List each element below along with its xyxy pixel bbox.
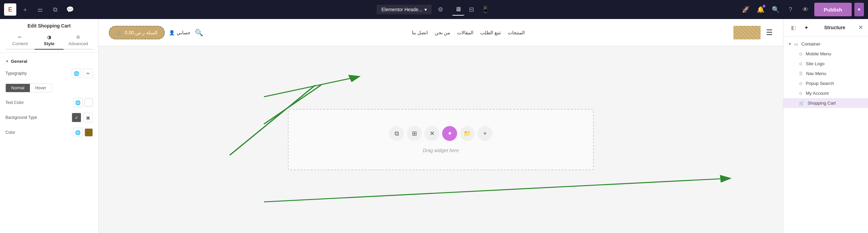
background-type-label: Background Type <box>5 115 72 120</box>
tree-item-my-account[interactable]: ⊙ My Account <box>783 88 868 98</box>
layers-button[interactable]: ⧉ <box>49 3 61 16</box>
background-type-row: Background Type ✓ ▣ <box>0 110 98 125</box>
notifications-button[interactable]: 🔔 <box>754 3 767 16</box>
typography-row: Typography 🌐 ✏ <box>0 66 98 81</box>
desktop-view-button[interactable]: 🖥 <box>452 3 464 16</box>
typography-controls: 🌐 ✏ <box>72 69 93 78</box>
notes-button[interactable]: 💬 <box>64 3 76 16</box>
widget-toolbar: ⧉ ⊞ ✕ ✦ 📁 + <box>389 126 492 141</box>
right-tab-navigator[interactable]: ◧ <box>788 22 798 33</box>
panel-tabs: ✏ Content ◑ Style ⚙ Advanced <box>5 32 93 50</box>
advanced-tab-icon: ⚙ <box>76 35 80 40</box>
search-button[interactable]: 🔍 <box>769 3 782 16</box>
elementor-logo[interactable]: E <box>4 3 16 16</box>
page-title-text: Elementor Heade... <box>381 7 422 12</box>
nav-item-2[interactable]: تتبع الطلب <box>480 30 501 35</box>
advanced-tab-label: Advanced <box>68 41 88 46</box>
hamburger-button[interactable]: ☰ <box>766 28 773 37</box>
tree-item-container[interactable]: ▼ ▭ Container <box>783 39 868 49</box>
style-tab-label: Style <box>44 41 54 46</box>
account-button[interactable]: 👤 حسابي <box>169 30 191 35</box>
page-title-button[interactable]: Elementor Heade... ▾ <box>377 5 432 14</box>
publish-arrow-button[interactable]: ▾ <box>854 3 864 16</box>
widget-add-button[interactable]: + <box>478 126 492 141</box>
page-settings-button[interactable]: ⚙ <box>434 3 447 16</box>
nav-item-5[interactable]: اتصل بنا <box>412 30 428 35</box>
tab-content[interactable]: ✏ Content <box>5 32 35 49</box>
text-color-swatch[interactable] <box>85 98 93 107</box>
settings-panel-button[interactable]: ⚌ <box>34 3 46 16</box>
normal-state-button[interactable]: Normal <box>6 84 30 92</box>
nav-item-3[interactable]: المقالات <box>457 30 473 35</box>
drag-zone[interactable]: ⧉ ⊞ ✕ ✦ 📁 + Drag widget here <box>288 109 594 170</box>
preview-button[interactable]: 👁 <box>799 3 812 16</box>
state-toggle-row: Normal Hover <box>0 81 98 95</box>
preview-header-left: 🛒 السلة ر.س.0.00 👤 حسابي 🔍 <box>109 26 203 39</box>
popup-search-tree-label: Popup Search <box>806 81 834 86</box>
mobile-view-button[interactable]: 📱 <box>479 3 491 16</box>
account-label: حسابي <box>177 30 191 35</box>
cart-label: السلة ر.س.0.00 <box>125 30 157 35</box>
cart-icon: 🛒 <box>116 30 122 35</box>
site-logo-tree-icon: ⊙ <box>799 61 802 66</box>
tree-expand-container: ▼ <box>788 42 792 46</box>
nav-menu-tree-label: Nav Menu <box>806 71 826 76</box>
top-toolbar: E ＋ ⚌ ⧉ 💬 Elementor Heade... ▾ ⚙ 🖥 ⊟ 📱 🚀… <box>0 0 868 19</box>
hover-state-button[interactable]: Hover <box>30 84 52 92</box>
color-label: Color <box>5 130 73 135</box>
typography-global-button[interactable]: 🌐 <box>72 69 81 78</box>
tree-item-popup-search[interactable]: ⊙ Popup Search <box>783 78 868 88</box>
shopping-cart-tree-label: Shopping Cart <box>808 101 836 106</box>
widget-delete-button[interactable]: ✕ <box>424 126 439 141</box>
nav-menu-tree-icon: ☰ <box>799 71 803 76</box>
nav-item-1[interactable]: المنتجات <box>508 30 525 35</box>
typography-edit-button[interactable]: ✏ <box>83 69 93 78</box>
right-tab-structure[interactable]: ✦ <box>801 22 811 33</box>
general-section-header[interactable]: ▼ General <box>0 57 98 66</box>
background-classic-button[interactable]: ✓ <box>72 113 81 122</box>
widget-ai-button[interactable]: ✦ <box>442 126 457 141</box>
color-swatch[interactable] <box>85 128 93 137</box>
nav-item-4[interactable]: من نحن <box>435 30 451 35</box>
text-color-global-button[interactable]: 🌐 <box>73 98 83 107</box>
preview-header-right: ☰ <box>733 26 773 39</box>
nav-menu-preview: المنتجات تتبع الطلب المقالات من نحن اتصل… <box>412 30 525 35</box>
widget-copy-button[interactable]: ⧉ <box>389 126 404 141</box>
tablet-view-button[interactable]: ⊟ <box>466 3 478 16</box>
panel-title: Edit Shopping Cart <box>5 23 93 29</box>
typography-label: Typography <box>5 71 72 76</box>
my-account-tree-icon: ⊙ <box>799 91 802 96</box>
widget-folder-button[interactable]: 📁 <box>460 126 475 141</box>
toolbar-right: 🚀 🔔 🔍 ? 👁 Publish ▾ <box>740 3 864 16</box>
help-button[interactable]: ? <box>784 3 797 16</box>
panel-content: ▼ General Typography 🌐 ✏ Normal Hover <box>0 53 98 233</box>
site-logo <box>733 26 761 39</box>
account-icon: 👤 <box>169 30 175 35</box>
tree-item-site-logo[interactable]: ⊙ Site Logo <box>783 59 868 69</box>
tab-advanced[interactable]: ⚙ Advanced <box>64 32 93 49</box>
tree-item-shopping-cart[interactable]: 🛒 Shopping Cart <box>783 98 868 108</box>
my-account-tree-label: My Account <box>806 91 829 96</box>
style-tab-icon: ◑ <box>47 35 51 40</box>
cart-button[interactable]: 🛒 السلة ر.س.0.00 <box>109 26 165 39</box>
rocket-icon-button[interactable]: 🚀 <box>740 3 752 16</box>
right-panel: ◧ ✦ Structure ✕ ▼ ▭ Container ⊙ Mobile M… <box>783 19 868 233</box>
tree-item-mobile-menu[interactable]: ⊙ Mobile Menu <box>783 49 868 59</box>
color-global-button[interactable]: 🌐 <box>73 128 83 137</box>
widget-grid-button[interactable]: ⊞ <box>407 126 422 141</box>
right-panel-title: Structure <box>824 25 845 30</box>
tab-style[interactable]: ◑ Style <box>35 32 64 49</box>
color-controls: 🌐 <box>73 128 93 137</box>
section-collapse-icon: ▼ <box>5 59 9 63</box>
svg-line-0 <box>264 77 355 97</box>
search-icon-preview[interactable]: 🔍 <box>195 29 203 37</box>
tree-item-nav-menu[interactable]: ☰ Nav Menu <box>783 69 868 78</box>
right-panel-close-button[interactable]: ✕ <box>858 24 863 31</box>
add-element-button[interactable]: ＋ <box>19 3 31 16</box>
publish-button[interactable]: Publish <box>814 3 852 16</box>
drag-label: Drag widget here <box>423 148 459 153</box>
mobile-menu-tree-label: Mobile Menu <box>806 51 831 56</box>
canvas-area: 🛒 السلة ر.س.0.00 👤 حسابي 🔍 المنتجات تتبع… <box>99 19 783 233</box>
chevron-down-icon: ▾ <box>424 7 427 12</box>
background-gradient-button[interactable]: ▣ <box>83 113 93 122</box>
